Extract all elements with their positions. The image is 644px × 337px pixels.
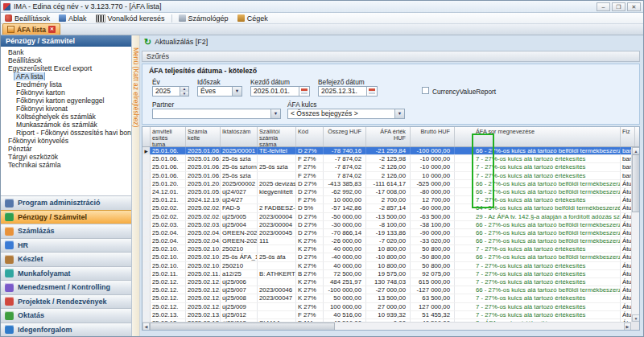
sidebar-module[interactable]: Menedzsment / Kontrolling	[1, 280, 131, 294]
cell-afa-ertek-huf: -2 857,14	[366, 204, 411, 212]
horizontal-scrollbar[interactable]: ◀ ▶	[142, 322, 631, 330]
table-row[interactable]: 25.02.04. 2025.02.04. GREEN-2024-10 111 …	[142, 237, 631, 245]
table-row[interactable]: 25.02.12. 2025.02.12. új25/007 2023/0004…	[142, 286, 631, 294]
sidebar-tree-item[interactable]: ÁFA lista	[1, 72, 131, 80]
sidebar-tree-item[interactable]: Költséghelyek és számlák	[1, 113, 131, 121]
chevron-down-icon[interactable]: ▼	[232, 87, 242, 96]
sidebar-module[interactable]: Számlázás	[1, 224, 131, 238]
sidebar-tree-item[interactable]: Egyszerűsített Excel export	[1, 64, 131, 72]
table-row[interactable]: 25.01.06. 2025.01.06. 25-ös szla F 27% -…	[142, 155, 631, 163]
header-szamla-kelte[interactable]: Számla kelte	[186, 127, 221, 146]
table-row[interactable]: 25.02.12. 2025.02.12. új25/008 2023/0004…	[142, 294, 631, 302]
menu-cegek[interactable]: Cégek	[237, 14, 268, 23]
tab-afa-lista[interactable]: ÁFA lista ✕	[2, 23, 60, 35]
header-osszeg-huf[interactable]: Összeg HUF	[324, 127, 366, 146]
close-icon[interactable]: ✕	[627, 2, 641, 11]
sidebar-tree-item[interactable]: Főkönyvi kivonat	[1, 105, 131, 113]
sidebar-module[interactable]: Idegenforgalom	[1, 323, 131, 337]
table-row[interactable]: 25.01.20. 2025.01.20. 2025/00002 2025 de…	[142, 180, 631, 188]
sidebar-tree-item[interactable]: Főkönyvi karton egyenleggel	[1, 97, 131, 105]
sidebar-module[interactable]: Projektek / Rendezvények	[1, 294, 131, 309]
cell-fizetesi-mod: Átut	[621, 180, 631, 187]
currency-value-report-checkbox[interactable]	[422, 87, 429, 94]
header-afa-sor-megnevezese[interactable]: ÁFA sor megnevezése	[455, 127, 621, 146]
table-row[interactable]: 25.02.03. 2025.02.03. új25/004 2023/0000…	[142, 221, 631, 229]
sidebar-module[interactable]: Program adminisztráció	[1, 195, 131, 210]
calendar-icon[interactable]	[299, 87, 309, 96]
tab-close-icon[interactable]: ✕	[48, 26, 56, 33]
table-row[interactable]: 25.01.06. 2025.01.06. 25-ös sztornó 25-ö…	[142, 163, 631, 171]
sidebar-module[interactable]: Készlet	[1, 252, 131, 266]
chevron-down-icon[interactable]: ▼	[394, 109, 404, 118]
cell-fizetesi-mod: bank	[621, 147, 631, 154]
sidebar-tree-item[interactable]: Beállítások	[1, 56, 131, 64]
table-row[interactable]: 25.02.11. 2025.02.11. a12/25 B: ATHKERT …	[142, 270, 631, 278]
sidebar-tree-item[interactable]: Eredmény lista	[1, 80, 131, 88]
table-row[interactable]: 25.02.12. 2025.02.12. új25/006 K 27% 484…	[142, 278, 631, 286]
befejezo-datum-field[interactable]: 2025.12.31.	[318, 86, 378, 97]
header-iktatoszam[interactable]: Iktatószám	[221, 127, 258, 146]
sidebar-tree-item[interactable]: Riport - Főkönyvi összesítés havi bontás…	[1, 129, 131, 137]
sidebar-tree-item[interactable]: Tárgyi eszközök	[1, 153, 131, 161]
table-row[interactable]: 25.02.10. 2025.02.10. 25-ös ÁFA_10< 25-ö…	[142, 253, 631, 261]
partner-select[interactable]: ▼	[152, 109, 281, 119]
header-fizetesi-mod[interactable]: Fiz	[621, 127, 635, 146]
table-row[interactable]: 25.02.10. 2025.02.10. 250210 K 27% 40 00…	[142, 262, 631, 270]
afa-kulcs-select[interactable]: < Összes bejegyzés > ▼	[287, 109, 405, 119]
scroll-down-icon[interactable]: ▼	[632, 314, 640, 322]
header-szallitoi-szamla[interactable]: Szállítói számla száma	[258, 127, 296, 146]
cell-szamla-kelte: 2025.02.10.	[186, 245, 221, 253]
idoszak-select[interactable]: Éves ▼	[197, 86, 242, 97]
table-row[interactable]: 25.01.06. 2025.01.06. 2025/00001 TE-felv…	[142, 147, 631, 155]
table-row[interactable]: 25.01.06. 2025.01.06. 25-ös szla F 27% 7…	[142, 172, 631, 180]
cell-iktatoszam: GREEN-2024-10	[221, 237, 258, 245]
table-row[interactable]: 25.01.21. 2024.12.19. új24/27 F 27% 10 0…	[142, 196, 631, 204]
header-afa-ertek-huf[interactable]: ÁFA érték HUF	[366, 127, 411, 146]
cell-iktatoszam: FAD-5	[221, 204, 258, 212]
sidebar-module[interactable]: Pénzügy / Számvitel	[1, 210, 131, 224]
scroll-right-icon[interactable]: ▶	[624, 323, 631, 331]
table-row[interactable]: 25.02.10. 2025.02.10. 250210 K 27% 40 00…	[142, 245, 631, 253]
chevron-down-icon[interactable]: ▼	[270, 109, 280, 118]
sidebar-tree-item[interactable]: Bank	[1, 48, 131, 56]
vertical-scrollbar[interactable]: ▲ ▼	[631, 147, 639, 322]
scroll-left-icon[interactable]: ◀	[142, 323, 150, 331]
cell-afa-sor-megnevezese: 7 - 27%-os kulcs alá tartozó értékesítés	[455, 163, 621, 171]
menu-szamologep[interactable]: Számológép	[179, 14, 229, 23]
vertical-scroll-thumb[interactable]	[632, 154, 640, 212]
table-row[interactable]: 24.12.01. 2025.01.05. új24/027 kiegyenlí…	[142, 188, 631, 196]
cell-osszeg-huf: 40 000,00	[324, 245, 366, 253]
kezdo-datum-field[interactable]: 2025.01.01.	[250, 86, 310, 97]
maximize-icon[interactable]: ❐	[612, 2, 625, 11]
sidebar-tree-item[interactable]: Pénztár	[1, 145, 131, 153]
sidebar-module[interactable]: Oktatás	[1, 308, 131, 323]
table-row[interactable]: 25.02.02. 2025.02.02. FAD-5 2 FADBESZ-5 …	[142, 204, 631, 212]
table-row[interactable]: 25.02.04. 2025.02.04. GREEN-2024-10... 2…	[142, 229, 631, 237]
sidebar-tree-item[interactable]: Főkönyvi karton	[1, 88, 131, 97]
header-teljesites-datuma[interactable]: ámviteli esítés tuma	[151, 127, 186, 146]
sidebar-module[interactable]: Munkafolyamat	[1, 266, 131, 281]
minimize-icon[interactable]: –	[597, 2, 610, 11]
sidebar-tree-item[interactable]: Főkönyvi könyvelés	[1, 137, 131, 145]
menu-collapse-strip[interactable]: Menü (Katt az elrejtéshez)	[132, 35, 140, 336]
table-row[interactable]: 25.02.02. 2025.02.02. új25/005 2023/0000…	[142, 213, 631, 221]
row-indicator	[142, 229, 151, 236]
calendar-icon[interactable]	[366, 87, 377, 96]
table-row[interactable]: 25.02.13. 2025.02.13. új25/012 F 27% 40 …	[142, 311, 631, 319]
ev-spinner[interactable]: 2025 ▲▼	[152, 86, 189, 97]
sidebar-module[interactable]: HR	[1, 238, 131, 253]
sidebar-tree-item[interactable]: Technikai számla	[1, 161, 131, 169]
sidebar-modules: Program adminisztráció Pénzügy / Számvit…	[1, 195, 131, 336]
header-kod[interactable]: Kód	[296, 127, 324, 146]
horizontal-scroll-thumb[interactable]	[150, 323, 335, 331]
menu-vonalkod-kereses[interactable]: Vonalkód keresés	[96, 14, 165, 23]
header-brutto-huf[interactable]: Bruttó HUF	[411, 127, 455, 146]
table-row[interactable]: 25.02.12. 2025.02.12. új25/009 K 27% 100…	[142, 303, 631, 311]
menu-ablak[interactable]: Ablak	[59, 14, 87, 23]
filter-section-header[interactable]: Szűrés	[142, 51, 640, 62]
sidebar-tree-item[interactable]: Munkaszámok és számlák	[1, 121, 131, 129]
refresh-button[interactable]: ↻ Aktualizálás [F2]	[144, 38, 208, 46]
scroll-up-icon[interactable]: ▲	[632, 147, 640, 154]
spinner-arrows-icon[interactable]: ▲▼	[180, 87, 188, 96]
menu-beallitasok[interactable]: Beállítások	[5, 14, 50, 23]
